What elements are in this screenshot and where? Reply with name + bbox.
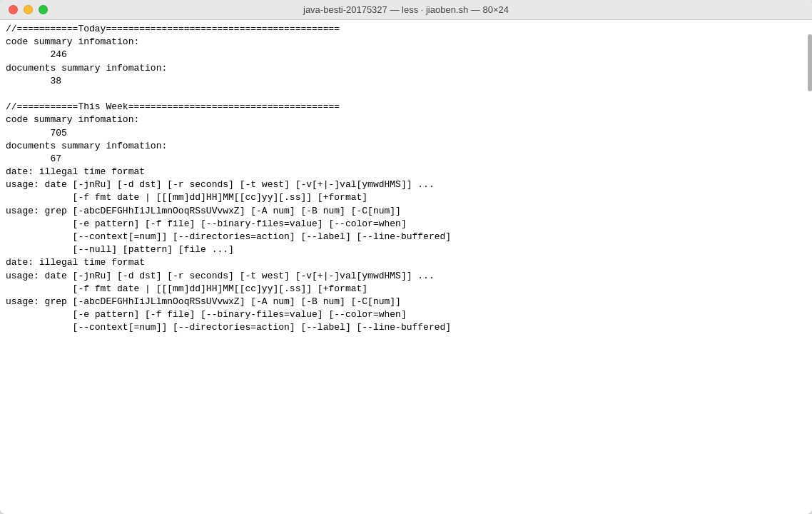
close-button[interactable] (9, 5, 18, 14)
terminal-line: 38 (6, 75, 806, 88)
terminal-line: usage: grep [-abcDEFGHhIiJLlmnOoqRSsUVvw… (6, 205, 806, 218)
terminal-line: usage: grep [-abcDEFGHhIiJLlmnOoqRSsUVvw… (6, 296, 806, 308)
terminal-line: documents summary infomation: (6, 62, 806, 75)
terminal-line: documents summary infomation: (6, 140, 806, 153)
terminal-line: date: illegal time format (6, 166, 806, 178)
scrollbar-thumb[interactable] (808, 34, 812, 91)
scrollbar-track[interactable] (808, 20, 812, 514)
terminal-line: 705 (6, 127, 806, 140)
window-title: java-besti-20175327 — less · jiaoben.sh … (303, 4, 509, 15)
maximize-button[interactable] (39, 5, 48, 14)
terminal-line: [-e pattern] [-f file] [--binary-files=v… (6, 308, 806, 321)
terminal-body[interactable]: //===========Today======================… (0, 20, 812, 514)
minimize-button[interactable] (24, 5, 33, 14)
terminal-line: [--context[=num]] [--directories=action]… (6, 321, 806, 334)
terminal-window: java-besti-20175327 — less · jiaoben.sh … (0, 0, 812, 514)
terminal-line: date: illegal time format (6, 256, 806, 269)
terminal-line: 246 (6, 49, 806, 61)
terminal-line: [-f fmt date | [[[mm]dd]HH]MM[[cc]yy][.s… (6, 283, 806, 296)
terminal-line: [--context[=num]] [--directories=action]… (6, 231, 806, 243)
terminal-line (6, 88, 806, 101)
terminal-line: [-e pattern] [-f file] [--binary-files=v… (6, 218, 806, 231)
terminal-line: usage: date [-jnRu] [-d dst] [-r seconds… (6, 178, 806, 191)
terminal-line: usage: date [-jnRu] [-d dst] [-r seconds… (6, 270, 806, 283)
traffic-lights (9, 5, 48, 14)
terminal-line: code summary infomation: (6, 114, 806, 126)
terminal-line: //===========Today======================… (6, 23, 806, 36)
terminal-line: [--null] [pattern] [file ...] (6, 243, 806, 256)
terminal-line: [-f fmt date | [[[mm]dd]HH]MM[[cc]yy][.s… (6, 191, 806, 204)
titlebar: java-besti-20175327 — less · jiaoben.sh … (0, 0, 812, 20)
terminal-line: //===========This Week==================… (6, 101, 806, 114)
terminal-line: 67 (6, 153, 806, 166)
terminal-line: code summary infomation: (6, 36, 806, 49)
